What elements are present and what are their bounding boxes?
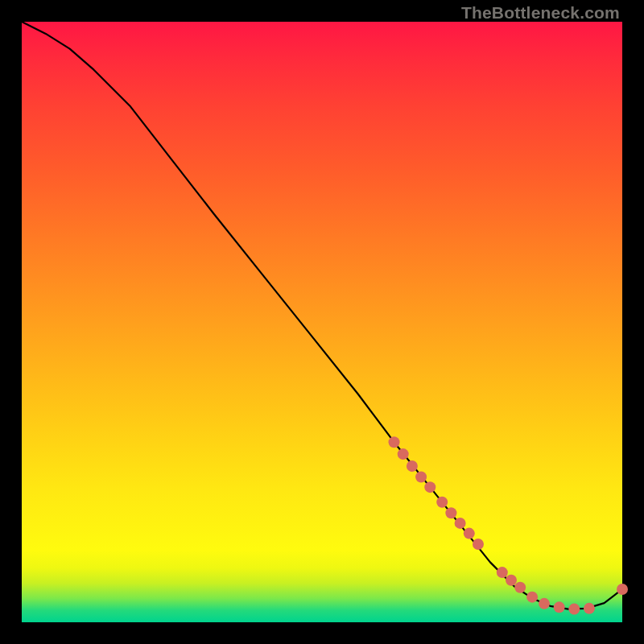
marker-dot — [497, 567, 508, 578]
marker-dot — [464, 528, 475, 539]
marker-dot — [514, 582, 526, 593]
marker-dot — [554, 601, 565, 613]
marker-dot — [539, 598, 550, 609]
marker-dot — [424, 481, 436, 493]
chart-overlay — [22, 22, 622, 622]
chart-stage: TheBottleneck.com — [0, 0, 644, 644]
marker-dot — [445, 507, 456, 518]
marker-dot — [526, 592, 538, 603]
marker-dot — [617, 584, 628, 595]
watermark-text: TheBottleneck.com — [461, 3, 620, 23]
marker-dot — [568, 604, 580, 615]
marker-dot — [415, 471, 427, 482]
marker-dot — [455, 518, 466, 529]
marker-dot — [436, 497, 448, 508]
marker-dot — [584, 603, 595, 614]
marker-dot — [389, 436, 400, 448]
marker-dot — [407, 460, 418, 472]
marker-group — [389, 436, 628, 614]
marker-dot — [473, 539, 484, 550]
marker-dot — [506, 575, 517, 586]
curve-line — [22, 22, 622, 609]
marker-dot — [398, 448, 409, 460]
